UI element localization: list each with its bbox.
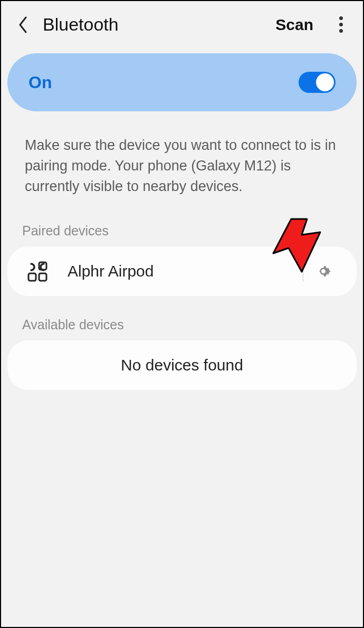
svg-point-3 xyxy=(321,269,325,273)
device-settings-button[interactable] xyxy=(314,262,333,281)
available-devices-label: Available devices xyxy=(1,309,363,338)
available-devices-card: No devices found xyxy=(7,340,357,390)
bluetooth-toggle-card[interactable]: On xyxy=(7,53,357,111)
bluetooth-status-label: On xyxy=(28,73,52,92)
bluetooth-description: Make sure the device you want to connect… xyxy=(1,125,363,215)
chevron-left-icon xyxy=(18,16,28,33)
paired-device-row[interactable]: Alphr Airpod xyxy=(7,246,357,296)
svg-rect-2 xyxy=(39,273,46,281)
scan-button[interactable]: Scan xyxy=(275,16,313,34)
back-button[interactable] xyxy=(17,18,30,31)
audio-device-icon xyxy=(26,260,49,283)
more-vertical-icon xyxy=(339,16,343,20)
row-divider xyxy=(303,261,303,282)
device-name-label: Alphr Airpod xyxy=(68,262,303,280)
more-options-button[interactable] xyxy=(334,16,347,33)
no-devices-message: No devices found xyxy=(7,340,357,390)
svg-rect-1 xyxy=(28,273,36,281)
toggle-knob xyxy=(316,73,334,91)
paired-devices-label: Paired devices xyxy=(1,215,363,244)
gear-icon xyxy=(315,263,332,280)
bluetooth-toggle-switch[interactable] xyxy=(299,72,336,93)
page-title: Bluetooth xyxy=(43,14,262,35)
paired-devices-card: Alphr Airpod xyxy=(7,246,357,296)
app-header: Bluetooth Scan xyxy=(1,1,363,48)
